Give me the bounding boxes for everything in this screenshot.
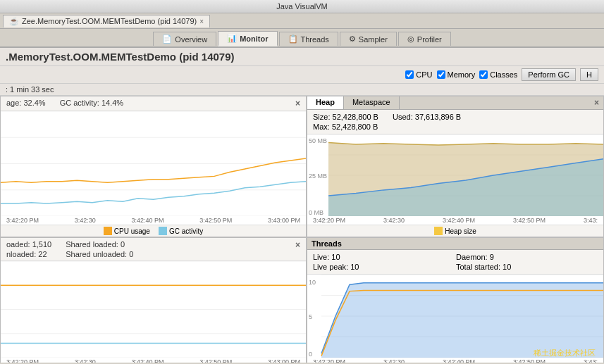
cpu-usage-stat: age: 32.4% xyxy=(6,99,46,108)
cpu-label: CPU xyxy=(416,70,432,79)
heap-panel: Heap Metaspace × Size: 52,428,800 B Max:… xyxy=(307,96,604,237)
cpu-chart xyxy=(1,111,306,216)
nav-tabs: 📄 Overview 📊 Monitor 📋 Threads ⚙ Sampler… xyxy=(0,29,604,48)
memory-checkbox[interactable] xyxy=(437,70,445,79)
cpu-time-2: 3:42:30 xyxy=(75,217,96,224)
classes-panel-close[interactable]: × xyxy=(295,240,300,258)
title-bar: Java VisualVM xyxy=(0,0,604,13)
cpu-time-3: 3:42:40 PM xyxy=(131,217,164,224)
cpu-time-axis: 3:42:20 PM 3:42:30 3:42:40 PM 3:42:50 PM… xyxy=(1,216,306,225)
threads-time-5: 3:43: xyxy=(584,358,598,363)
threads-time-4: 3:42:50 PM xyxy=(513,358,546,363)
classes-panel-stats: oaded: 1,510 nloaded: 22 Shared loaded: … xyxy=(1,238,306,261)
cpu-panel: age: 32.4% GC activity: 14.4% × 3:42:20 … xyxy=(0,96,307,237)
cpu-usage-legend: CPU usage xyxy=(104,227,150,235)
heap-time-3: 3:42:40 PM xyxy=(443,217,475,224)
shared-loaded: Shared loaded: 0 xyxy=(66,240,133,249)
app-header: .MemoryTest.OOM.MEMTestDemo (pid 14079) xyxy=(0,48,604,66)
classes-time-2: 3:42:30 xyxy=(75,358,96,363)
heap-size: Size: 52,428,800 B xyxy=(313,113,378,121)
watermark: 稀土掘金技术社区 xyxy=(534,348,596,358)
threads-live: Live: 10 xyxy=(313,253,455,261)
file-tab-icon: ☕ xyxy=(9,17,19,26)
cpu-panel-stats: age: 32.4% GC activity: 14.4% × xyxy=(1,96,306,111)
tab-monitor-label: Monitor xyxy=(240,34,268,43)
tab-profiler-label: Profiler xyxy=(417,35,442,44)
threads-chart-container xyxy=(307,275,603,358)
heap-panel-close[interactable]: × xyxy=(590,96,603,109)
monitor-icon: 📊 xyxy=(227,34,237,43)
cpu-time-1: 3:42:20 PM xyxy=(6,217,39,224)
heap-max: Max: 52,428,800 B xyxy=(313,123,378,131)
threads-time-1: 3:42:20 PM xyxy=(313,358,345,363)
tab-profiler[interactable]: ◎ Profiler xyxy=(398,32,451,46)
classes-time-4: 3:42:50 PM xyxy=(199,358,232,363)
profiler-icon: ◎ xyxy=(407,34,414,44)
classes-time-1: 3:42:20 PM xyxy=(6,358,39,363)
memory-checkbox-item: Memory xyxy=(437,70,476,79)
heap-size-stats: Size: 52,428,800 B Max: 52,428,800 B xyxy=(313,113,378,131)
classes-panel: oaded: 1,510 nloaded: 22 Shared loaded: … xyxy=(0,237,307,363)
gc-activity-stat: GC activity: 14.4% xyxy=(60,99,123,108)
heap-used: Used: 37,613,896 B xyxy=(393,113,461,131)
heap-time-axis: 3:42:20 PM 3:42:30 3:42:40 PM 3:42:50 PM… xyxy=(307,216,603,225)
threads-live-peak: Live peak: 10 xyxy=(313,263,455,271)
tab-threads-label: Threads xyxy=(301,35,329,44)
heap-time-5: 3:43: xyxy=(584,217,598,224)
app-title: .MemoryTest.OOM.MEMTestDemo (pid 14079) xyxy=(6,51,235,63)
heap-dump-button[interactable]: H xyxy=(580,68,598,81)
file-tab[interactable]: ☕ Zee.MemoryTest.OOM.MEMTestDemo (pid 14… xyxy=(3,15,210,27)
threads-time-3: 3:42:40 PM xyxy=(443,358,475,363)
classes-unloaded: nloaded: 22 xyxy=(6,250,51,258)
tab-monitor[interactable]: 📊 Monitor xyxy=(218,31,277,46)
classes-checkbox[interactable] xyxy=(479,70,488,79)
cpu-time-4: 3:42:50 PM xyxy=(199,217,232,224)
heap-stats: Size: 52,428,800 B Max: 52,428,800 B Use… xyxy=(307,110,603,134)
classes-right-stats: Shared loaded: 0 Shared unloaded: 0 xyxy=(66,240,133,258)
heap-tab-metaspace[interactable]: Metaspace xyxy=(344,96,400,109)
classes-chart xyxy=(1,261,306,358)
gc-activity-color xyxy=(159,227,167,235)
memory-label: Memory xyxy=(448,70,476,79)
time-display: : 1 min 33 sec xyxy=(0,84,604,96)
classes-time-axis: 3:42:20 PM 3:42:30 3:42:40 PM 3:42:50 PM… xyxy=(1,358,306,363)
classes-left-stats: oaded: 1,510 nloaded: 22 xyxy=(6,240,51,258)
cpu-legend: CPU usage GC activity xyxy=(1,225,306,237)
heap-chart-container xyxy=(307,134,603,216)
threads-time-axis: 3:42:20 PM 3:42:30 3:42:40 PM 3:42:50 PM… xyxy=(307,358,603,363)
controls-right: CPU Memory Classes Perform GC H xyxy=(405,68,598,81)
controls-bar: CPU Memory Classes Perform GC H xyxy=(0,66,604,84)
sampler-icon: ⚙ xyxy=(349,34,356,44)
classes-checkbox-item: Classes xyxy=(479,70,517,79)
threads-icon: 📋 xyxy=(288,34,298,44)
threads-panel-header: Threads xyxy=(307,238,603,250)
threads-chart xyxy=(307,275,603,358)
file-tab-close[interactable]: × xyxy=(199,18,204,25)
gc-activity-legend-label: GC activity xyxy=(169,227,203,235)
heap-chart xyxy=(307,134,603,216)
cpu-checkbox[interactable] xyxy=(405,70,414,79)
cpu-usage-legend-label: CPU usage xyxy=(114,227,150,235)
cpu-chart-container xyxy=(1,111,306,216)
file-tab-bar: ☕ Zee.MemoryTest.OOM.MEMTestDemo (pid 14… xyxy=(0,13,604,29)
heap-tab-heap[interactable]: Heap xyxy=(307,96,344,109)
file-tab-label: Zee.MemoryTest.OOM.MEMTestDemo (pid 1407… xyxy=(22,17,197,25)
tab-sampler-label: Sampler xyxy=(359,35,388,44)
cpu-panel-close[interactable]: × xyxy=(295,99,300,108)
shared-unloaded: Shared unloaded: 0 xyxy=(66,250,133,258)
tab-threads[interactable]: 📋 Threads xyxy=(279,32,338,46)
tab-sampler[interactable]: ⚙ Sampler xyxy=(340,32,397,46)
cpu-time-5: 3:43:00 PM xyxy=(268,217,300,224)
classes-label: Classes xyxy=(490,70,517,79)
threads-panel: Threads Live: 10 Daemon: 9 Live peak: 10… xyxy=(307,237,604,363)
heap-tabs: Heap Metaspace × xyxy=(307,96,603,110)
cpu-usage-color xyxy=(104,227,112,235)
perform-gc-button[interactable]: Perform GC xyxy=(522,68,576,81)
heap-legend: Heap size xyxy=(307,225,603,237)
threads-panel-stats: Live: 10 Daemon: 9 Live peak: 10 Total s… xyxy=(307,250,603,275)
threads-total-started: Total started: 10 xyxy=(456,263,598,271)
tab-overview[interactable]: 📄 Overview xyxy=(153,32,216,46)
heap-time-1: 3:42:20 PM xyxy=(313,217,345,224)
classes-time-3: 3:42:40 PM xyxy=(131,358,164,363)
heap-size-legend-label: Heap size xyxy=(445,227,476,235)
